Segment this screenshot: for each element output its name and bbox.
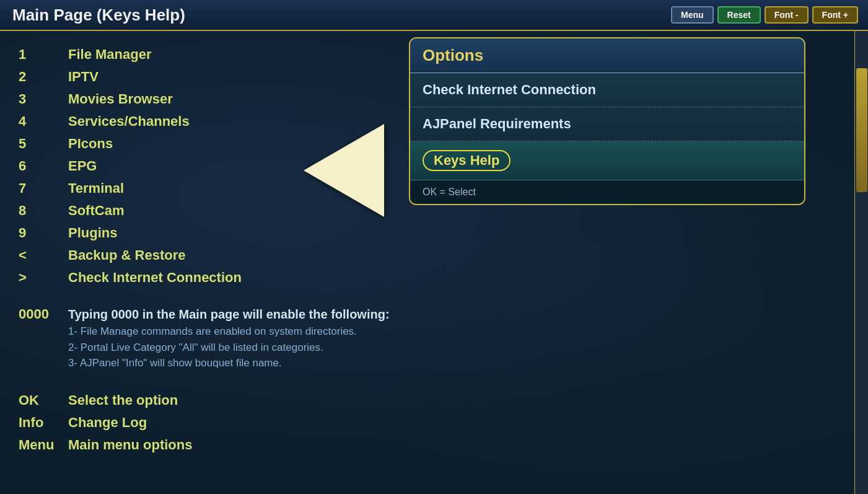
header: Main Page (Keys Help) Menu Reset Font - … bbox=[0, 0, 868, 31]
menu-button[interactable]: Menu bbox=[671, 6, 714, 24]
scrollbar[interactable] bbox=[854, 31, 868, 494]
header-buttons: Menu Reset Font - Font + bbox=[671, 6, 858, 24]
key-bind-label: Select the option bbox=[68, 392, 178, 408]
desc-sub-item: 2- Portal Live Category "All" will be li… bbox=[68, 340, 390, 356]
menu-item-key: 8 bbox=[19, 203, 68, 219]
page-title: Main Page (Keys Help) bbox=[12, 6, 185, 25]
options-item[interactable]: Check Internet Connection bbox=[410, 73, 804, 107]
menu-item-key: 5 bbox=[19, 136, 68, 152]
options-item[interactable]: Keys Help bbox=[410, 141, 804, 180]
app-container: Main Page (Keys Help) Menu Reset Font - … bbox=[0, 0, 868, 494]
key-bind-row: OK Select the option bbox=[19, 390, 836, 411]
menu-item-key: 3 bbox=[19, 91, 68, 107]
menu-item-label: Backup & Restore bbox=[68, 247, 186, 263]
desc-content: Typing 0000 in the Main page will enable… bbox=[68, 305, 390, 371]
desc-sub-item: 3- AJPanel "Info" will show bouquet file… bbox=[68, 355, 390, 371]
menu-item[interactable]: 9 Plugins bbox=[19, 222, 836, 244]
description-section: 0000 Typing 0000 in the Main page will e… bbox=[19, 301, 836, 375]
menu-item[interactable]: > Check Internet Connection bbox=[19, 267, 836, 289]
menu-item-key: 1 bbox=[19, 46, 68, 63]
key-bind-label: Change Log bbox=[68, 415, 147, 431]
key-bind-row: Menu Main menu options bbox=[19, 434, 836, 456]
desc-sub-item: 1- File Manage commands are enabled on s… bbox=[68, 324, 390, 340]
font-minus-button[interactable]: Font - bbox=[765, 6, 809, 24]
key-bind-key: OK bbox=[19, 392, 68, 408]
desc-main-line: Typing 0000 in the Main page will enable… bbox=[68, 305, 390, 324]
options-footer: OK = Select bbox=[410, 180, 804, 204]
key-bind-key: Info bbox=[19, 415, 68, 431]
options-item-text: Check Internet Connection bbox=[423, 82, 596, 97]
font-plus-button[interactable]: Font + bbox=[812, 6, 858, 24]
menu-item-label: IPTV bbox=[68, 69, 99, 85]
menu-item-label: PIcons bbox=[68, 136, 113, 152]
menu-item[interactable]: < Backup & Restore bbox=[19, 244, 836, 267]
key-bindings-section: OK Select the option Info Change Log Men… bbox=[19, 390, 836, 456]
options-header: Options bbox=[410, 38, 804, 73]
menu-item-label: EPG bbox=[68, 158, 97, 174]
options-item[interactable]: AJPanel Requirements bbox=[410, 107, 804, 141]
scrollbar-thumb[interactable] bbox=[856, 68, 867, 192]
menu-item-label: File Manager bbox=[68, 46, 151, 63]
key-bind-row: Info Change Log bbox=[19, 412, 836, 433]
description-row: 0000 Typing 0000 in the Main page will e… bbox=[19, 301, 836, 375]
options-footer-text: OK = Select bbox=[423, 187, 476, 197]
menu-item-key: 4 bbox=[19, 113, 68, 130]
key-bind-key: Menu bbox=[19, 437, 68, 453]
menu-item-key: 2 bbox=[19, 69, 68, 85]
options-items-list: Check Internet ConnectionAJPanel Require… bbox=[410, 73, 804, 180]
menu-item-label: Check Internet Connection bbox=[68, 270, 242, 286]
options-item-text: Keys Help bbox=[423, 150, 511, 171]
menu-item-label: Services/Channels bbox=[68, 113, 190, 130]
options-panel: Options Check Internet ConnectionAJPanel… bbox=[409, 37, 805, 205]
key-bind-label: Main menu options bbox=[68, 437, 192, 453]
menu-item-key: < bbox=[19, 247, 68, 263]
menu-item-label: Movies Browser bbox=[68, 91, 173, 107]
options-item-text: AJPanel Requirements bbox=[423, 116, 571, 131]
reset-button[interactable]: Reset bbox=[717, 6, 761, 24]
menu-item-label: Plugins bbox=[68, 225, 117, 241]
menu-item-key: > bbox=[19, 270, 68, 286]
menu-item-key: 6 bbox=[19, 158, 68, 174]
menu-item-key: 9 bbox=[19, 225, 68, 241]
options-title: Options bbox=[423, 46, 483, 64]
menu-item-label: Terminal bbox=[68, 180, 124, 196]
desc-key: 0000 bbox=[19, 305, 68, 322]
menu-item-key: 7 bbox=[19, 180, 68, 196]
arrow-indicator bbox=[304, 124, 384, 217]
menu-item-label: SoftCam bbox=[68, 203, 124, 219]
